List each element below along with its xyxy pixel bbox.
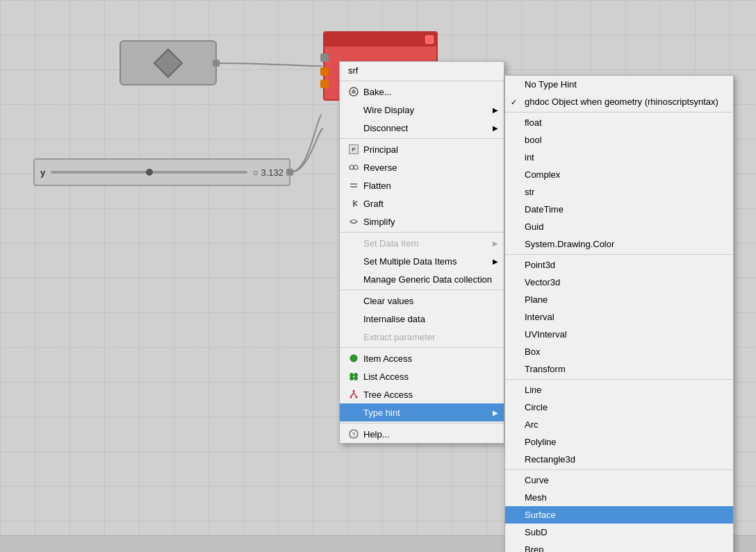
input-port-3[interactable] — [320, 80, 329, 88]
slider-node-y[interactable]: y ○ 3.132 — [33, 158, 290, 186]
slider-output-port[interactable] — [286, 169, 293, 176]
submenu-item-uvinterval[interactable]: UVInterval — [505, 326, 733, 343]
canvas-area: y ○ 3.132 srf Bake... Wire Display ▶ — [0, 0, 756, 552]
menu-item-set-multiple[interactable]: Set Multiple Data Items ▶ — [340, 252, 504, 270]
simplify-label: Simplify — [363, 217, 395, 227]
menu-item-manage-generic[interactable]: Manage Generic Data collection — [340, 270, 504, 288]
menu-item-extract[interactable]: Extract parameter — [340, 328, 504, 346]
menu-item-reverse[interactable]: Reverse — [340, 158, 504, 176]
submenu-item-rectangle3d[interactable]: Rectangle3d — [505, 451, 733, 468]
disconnect-icon — [348, 122, 359, 133]
bake-label: Bake... — [363, 87, 391, 97]
svg-point-11 — [350, 374, 354, 377]
submenu-item-point3d[interactable]: Point3d — [505, 256, 733, 274]
submenu-item-no-type-hint[interactable]: No Type Hint — [505, 76, 733, 93]
menu-item-wire-display[interactable]: Wire Display ▶ — [340, 101, 504, 119]
submenu-item-curve[interactable]: Curve — [505, 471, 733, 489]
red-node-indicator — [425, 35, 434, 44]
submenu-item-int[interactable]: int — [505, 149, 733, 166]
slider-value: ○ 3.132 — [253, 167, 284, 178]
submenu-item-arc[interactable]: Arc — [505, 416, 733, 433]
set-data-item-icon — [348, 237, 359, 249]
menu-separator-2 — [340, 232, 504, 233]
bake-icon — [348, 86, 359, 97]
red-node-header — [324, 33, 436, 47]
slider-track[interactable] — [51, 171, 247, 174]
menu-item-set-data-item[interactable]: Set Data Item ▶ — [340, 234, 504, 252]
svg-line-16 — [351, 393, 354, 396]
submenu-sep-1 — [505, 112, 733, 112]
diamond-output-port[interactable] — [213, 60, 220, 67]
submenu-item-vector3d[interactable]: Vector3d — [505, 274, 733, 291]
submenu-item-float[interactable]: float — [505, 114, 733, 131]
submenu-sep-2 — [505, 254, 733, 255]
extract-icon — [348, 331, 359, 342]
submenu-item-box[interactable]: Box — [505, 343, 733, 360]
submenu-item-brep[interactable]: Brep — [505, 541, 733, 552]
menu-separator-0 — [340, 81, 504, 81]
menu-item-simplify[interactable]: Simplify — [340, 212, 504, 231]
submenu-item-bool[interactable]: bool — [505, 131, 733, 149]
slider-label: y — [40, 167, 45, 178]
menu-item-graft[interactable]: Graft — [340, 194, 504, 212]
graft-label: Graft — [363, 199, 384, 209]
svg-text:?: ? — [352, 431, 355, 438]
menu-item-tree-access[interactable]: Tree Access — [340, 385, 504, 403]
submenu-item-interval[interactable]: Interval — [505, 308, 733, 326]
list-access-label: List Access — [363, 371, 409, 382]
menu-item-list-access[interactable]: List Access — [340, 367, 504, 385]
slider-thumb[interactable] — [146, 169, 153, 176]
reverse-label: Reverse — [363, 162, 397, 173]
submenu-item-guid[interactable]: Guid — [505, 218, 733, 235]
input-port-1[interactable] — [320, 53, 329, 62]
item-access-label: Item Access — [363, 353, 412, 364]
type-hint-label: Type hint — [363, 408, 400, 418]
set-multiple-icon — [348, 256, 359, 267]
menu-separator-3 — [340, 290, 504, 290]
submenu-item-mesh[interactable]: Mesh — [505, 489, 733, 506]
set-data-item-label: Set Data Item — [363, 238, 418, 249]
diamond-node[interactable] — [120, 40, 217, 85]
submenu-item-color[interactable]: System.Drawing.Color — [505, 235, 733, 253]
submenu-item-ghdoc[interactable]: ✓ ghdoc Object when geometry (rhinoscrip… — [505, 93, 733, 110]
submenu-item-str[interactable]: str — [505, 183, 733, 201]
clear-values-icon — [348, 295, 359, 306]
menu-item-help[interactable]: ? Help... — [340, 425, 504, 443]
extract-label: Extract parameter — [363, 332, 435, 342]
submenu-item-line[interactable]: Line — [505, 381, 733, 399]
submenu-item-datetime[interactable]: DateTime — [505, 201, 733, 218]
menu-item-item-access[interactable]: Item Access — [340, 349, 504, 367]
submenu-item-subd[interactable]: SubD — [505, 524, 733, 541]
submenu-item-plane[interactable]: Plane — [505, 291, 733, 308]
svg-rect-6 — [350, 186, 357, 187]
internalise-icon — [348, 313, 359, 324]
submenu-item-polyline[interactable]: Polyline — [505, 433, 733, 451]
manage-generic-label: Manage Generic Data collection — [363, 274, 492, 285]
reverse-icon — [348, 162, 359, 173]
menu-item-flatten[interactable]: Flatten — [340, 176, 504, 194]
submenu-item-circle[interactable]: Circle — [505, 399, 733, 416]
menu-item-disconnect[interactable]: Disconnect ▶ — [340, 119, 504, 137]
tree-access-label: Tree Access — [363, 390, 413, 400]
svg-point-19 — [350, 396, 352, 399]
wire-display-label: Wire Display — [363, 105, 414, 115]
disconnect-arrow: ▶ — [493, 124, 498, 132]
submenu-item-surface[interactable]: Surface — [505, 506, 733, 524]
menu-item-type-hint[interactable]: Type hint ▶ — [340, 403, 504, 421]
menu-item-internalise[interactable]: Internalise data — [340, 310, 504, 328]
svg-point-18 — [353, 390, 355, 392]
submenu-item-transform[interactable]: Transform — [505, 360, 733, 378]
submenu-item-complex[interactable]: Complex — [505, 166, 733, 183]
tree-access-icon — [348, 389, 359, 400]
clear-values-label: Clear values — [363, 296, 413, 306]
submenu-sep-4 — [505, 469, 733, 470]
menu-item-clear-values[interactable]: Clear values — [340, 292, 504, 310]
menu-item-bake[interactable]: Bake... — [340, 83, 504, 101]
set-multiple-arrow: ▶ — [493, 258, 498, 265]
menu-item-principal[interactable]: P Principal — [340, 140, 504, 158]
svg-point-3 — [350, 165, 354, 169]
help-icon: ? — [348, 428, 359, 440]
input-port-2[interactable] — [320, 67, 329, 76]
item-access-icon — [348, 353, 359, 364]
menu-separator-4 — [340, 347, 504, 348]
